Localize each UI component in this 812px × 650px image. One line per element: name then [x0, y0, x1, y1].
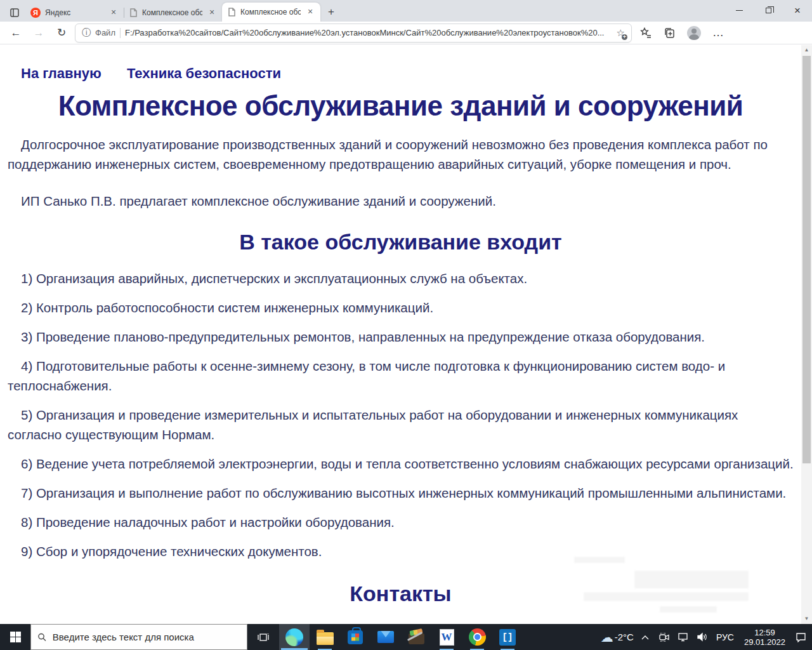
profile-button[interactable]: [684, 23, 704, 43]
taskbar-app-store[interactable]: [340, 624, 370, 650]
taskbar-app-mail[interactable]: [370, 624, 401, 650]
nav-link-safety[interactable]: Техника безопасности: [127, 65, 281, 82]
start-button[interactable]: [0, 624, 30, 650]
network-button[interactable]: [676, 624, 691, 650]
back-button[interactable]: ←: [6, 23, 25, 43]
forward-button[interactable]: →: [29, 23, 48, 43]
tray-overflow-button[interactable]: [638, 624, 653, 650]
list-item: 3) Проведение планово-предупредительных …: [8, 327, 794, 347]
faded-artifact: [660, 606, 717, 613]
time-label: 12:59: [754, 628, 775, 637]
taskbar-app-word[interactable]: W: [431, 624, 462, 650]
collections-button[interactable]: [660, 23, 680, 43]
scroll-down-icon[interactable]: ▼: [801, 614, 812, 624]
tab-yandex[interactable]: Я Яндекс ×: [25, 4, 124, 22]
system-tray: ☁ -2°C РУС 12:59 29.01.2022: [601, 624, 812, 650]
scroll-up-icon[interactable]: ▲: [801, 45, 812, 55]
ethernet-icon: [678, 632, 689, 642]
taskbar-search[interactable]: [30, 624, 247, 650]
taskbar-app-edge[interactable]: [279, 624, 310, 650]
list-item: 9) Сбор и упорядочение технических докум…: [8, 541, 794, 561]
list-item: 2) Контроль работоспособности систем инж…: [8, 298, 794, 317]
word-icon: W: [440, 629, 454, 646]
tab-title: Комплексное обслуживание зд: [240, 8, 301, 17]
intro-paragraph: Долгосрочное эксплуатирование производст…: [8, 135, 794, 174]
minimize-button[interactable]: [724, 0, 754, 20]
close-icon[interactable]: ×: [108, 8, 119, 18]
info-icon[interactable]: ⓘ: [82, 27, 91, 39]
document-favicon: [129, 8, 138, 17]
faded-artifact: [634, 571, 749, 588]
action-center-button[interactable]: [793, 624, 808, 650]
task-view-icon: [258, 632, 269, 643]
notification-icon: [796, 632, 806, 642]
temperature-label: -2°C: [615, 632, 634, 642]
scrollbar-thumb[interactable]: [802, 56, 811, 463]
taskbar-app-tools[interactable]: [401, 624, 431, 650]
new-tab-button[interactable]: +: [323, 4, 339, 20]
chevron-up-icon: [641, 634, 650, 640]
tab-page-2-active[interactable]: Комплексное обслуживание зд ×: [222, 3, 320, 22]
scheme-label: Файл: [95, 28, 115, 37]
date-label: 29.01.2022: [744, 637, 785, 647]
favorites-hub-button[interactable]: [636, 23, 656, 43]
toolbox-icon: [409, 633, 424, 644]
page-content: На главную Техника безопасности Комплекс…: [0, 45, 801, 624]
restore-button[interactable]: [754, 0, 783, 20]
language-indicator[interactable]: РУС: [714, 624, 737, 650]
list-item: 5) Организация и проведение измерительны…: [8, 405, 794, 444]
taskbar-app-file-explorer[interactable]: [310, 624, 340, 650]
taskbar: W [] ☁ -2°C РУС 12:59 29.01.2022: [0, 624, 812, 650]
mail-icon: [377, 631, 394, 643]
list-item: 6) Ведение учета потребляемой электроэне…: [8, 454, 794, 474]
window-controls: ×: [724, 0, 812, 20]
tab-actions-button[interactable]: [5, 4, 24, 22]
yandex-favicon: Я: [30, 8, 41, 18]
list-item: 4) Подготовительные работы к осенне-зимн…: [8, 356, 794, 395]
avatar: [687, 26, 701, 40]
scrollbar[interactable]: ▲ ▼: [801, 45, 812, 624]
brackets-icon: []: [499, 629, 516, 646]
file-explorer-icon: [317, 632, 334, 645]
close-icon: ×: [794, 5, 801, 16]
close-window-button[interactable]: ×: [783, 0, 812, 20]
tab-title: Яндекс: [45, 8, 104, 17]
weather-widget[interactable]: ☁ -2°C: [601, 624, 634, 650]
close-icon[interactable]: ×: [305, 7, 315, 17]
volume-button[interactable]: [695, 624, 710, 650]
close-icon[interactable]: ×: [207, 8, 217, 18]
vertical-tabs-icon: [10, 8, 20, 18]
faded-artifact: [584, 592, 749, 601]
add-favorite-icon[interactable]: ☆: [617, 27, 625, 39]
list-item: 1) Организация аварийных, диспетчерских …: [8, 269, 794, 288]
page-title: Комплексное обслуживание зданий и сооруж…: [8, 91, 794, 121]
nav-link-home[interactable]: На главную: [21, 65, 102, 82]
task-view-button[interactable]: [247, 624, 279, 650]
tab-page-1[interactable]: Комплексное обслуживание зд ×: [124, 4, 222, 22]
address-bar[interactable]: ⓘ Файл F:/Разработка%20сайтов/Сайт%20обс…: [75, 23, 632, 43]
list-item: 7) Организация и выполнение работ по обс…: [8, 483, 794, 503]
collections-icon: [664, 27, 676, 39]
taskbar-app-brackets[interactable]: []: [492, 624, 523, 650]
browser-window: Я Яндекс × Комплексное обслуживание зд ×…: [0, 0, 812, 650]
settings-menu-button[interactable]: …: [708, 23, 728, 43]
microsoft-store-icon: [348, 630, 363, 644]
clock[interactable]: 12:59 29.01.2022: [740, 628, 789, 647]
minimize-icon: [736, 10, 743, 11]
chrome-icon: [469, 628, 486, 646]
search-icon: [37, 632, 47, 642]
site-nav: На главную Техника безопасности: [21, 65, 794, 82]
tab-strip: Я Яндекс × Комплексное обслуживание зд ×…: [0, 0, 812, 22]
restore-icon: [766, 8, 771, 13]
url-text[interactable]: F:/Разработка%20сайтов/Сайт%20обслуживан…: [125, 28, 612, 37]
search-input[interactable]: [53, 632, 240, 642]
faded-artifact: [574, 557, 625, 563]
intro-paragraph: ИП Санько П.В. предлагает комплексное об…: [8, 191, 794, 211]
taskbar-app-chrome[interactable]: [462, 624, 492, 650]
refresh-button[interactable]: ↻: [52, 23, 71, 43]
favorites-icon: [640, 27, 652, 39]
divider: [120, 28, 121, 38]
meet-now-button[interactable]: [657, 624, 672, 650]
list-item: 8) Проведение наладочных работ и настрой…: [8, 512, 794, 532]
edge-icon: [285, 628, 303, 646]
